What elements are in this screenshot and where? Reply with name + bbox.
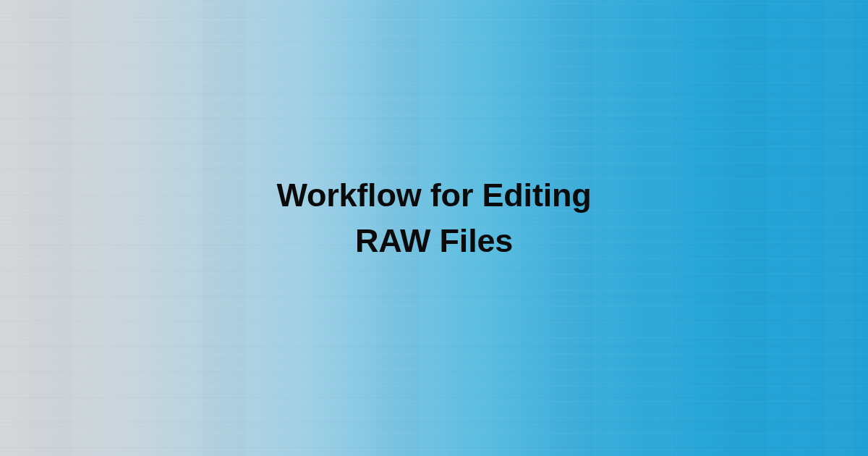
content-container: Workflow for Editing RAW Files [0,0,868,456]
title-line-2: RAW Files [355,222,513,259]
page-title: Workflow for Editing RAW Files [276,172,591,263]
title-line-1: Workflow for Editing [276,177,591,214]
